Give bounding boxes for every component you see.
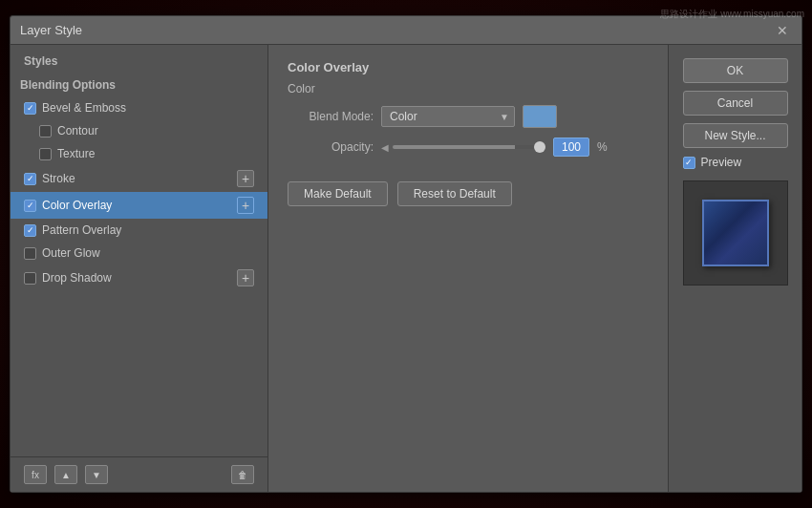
drop-shadow-add-button[interactable]: +: [237, 269, 254, 286]
bevel-emboss-label: Bevel & Emboss: [42, 101, 126, 115]
fx-button[interactable]: fx: [24, 465, 47, 484]
sidebar-item-texture[interactable]: Texture: [11, 142, 267, 165]
cancel-button[interactable]: Cancel: [683, 91, 788, 116]
styles-header: Styles: [11, 45, 267, 74]
texture-label: Texture: [57, 147, 95, 160]
opacity-label: Opacity:: [288, 140, 374, 154]
sidebar-item-contour[interactable]: Contour: [11, 119, 267, 142]
dialog-title: Layer Style: [20, 23, 773, 37]
left-panel: Styles Blending Options Bevel & Emboss C…: [11, 45, 268, 492]
watermark: 思路设计作业 www.missyuan.com: [660, 8, 804, 21]
color-overlay-label: Color Overlay: [42, 199, 237, 212]
make-default-button[interactable]: Make Default: [288, 181, 388, 206]
move-up-button[interactable]: ▲: [54, 465, 77, 484]
sidebar-item-outer-glow[interactable]: Outer Glow: [11, 242, 267, 265]
texture-checkbox[interactable]: [39, 148, 52, 160]
outer-glow-checkbox[interactable]: [24, 247, 36, 260]
color-swatch[interactable]: [523, 105, 557, 128]
drop-shadow-label: Drop Shadow: [42, 271, 237, 285]
layer-style-dialog: Layer Style ✕ Styles Blending Options Be…: [10, 15, 802, 493]
contour-checkbox[interactable]: [39, 125, 52, 138]
color-overlay-add-button[interactable]: +: [237, 197, 254, 214]
color-sub-label: Color: [288, 82, 649, 95]
slider-icon: ◀: [381, 142, 389, 153]
reset-to-default-button[interactable]: Reset to Default: [397, 181, 512, 206]
blend-mode-label: Blend Mode:: [288, 110, 374, 123]
sidebar-item-bevel-emboss[interactable]: Bevel & Emboss: [11, 96, 267, 119]
delete-style-button[interactable]: 🗑: [231, 465, 254, 484]
percent-label: %: [597, 140, 608, 154]
drop-shadow-checkbox[interactable]: [24, 272, 36, 285]
color-overlay-checkbox[interactable]: [24, 200, 36, 212]
preview-box: [683, 180, 788, 286]
blend-mode-select[interactable]: Color Normal Dissolve Multiply Screen Ov…: [381, 106, 515, 127]
pattern-overlay-label: Pattern Overlay: [42, 223, 121, 237]
stroke-checkbox[interactable]: [24, 173, 36, 185]
close-button[interactable]: ✕: [773, 21, 792, 40]
preview-checkbox[interactable]: [683, 157, 695, 169]
middle-panel: Color Overlay Color Blend Mode: Color No…: [268, 45, 668, 492]
preview-inner: [702, 200, 769, 266]
sidebar-item-stroke[interactable]: Stroke +: [11, 165, 267, 192]
opacity-slider[interactable]: [393, 145, 545, 149]
new-style-button[interactable]: New Style...: [683, 123, 788, 148]
contour-label: Contour: [57, 124, 98, 138]
sidebar-item-blending-options[interactable]: Blending Options: [11, 74, 267, 96]
ok-button[interactable]: OK: [683, 58, 788, 83]
stroke-label: Stroke: [42, 172, 237, 185]
preview-label: Preview: [701, 156, 742, 169]
opacity-input[interactable]: [553, 138, 589, 157]
sidebar-item-drop-shadow[interactable]: Drop Shadow +: [11, 265, 267, 291]
sidebar-item-color-overlay[interactable]: Color Overlay +: [11, 192, 267, 219]
pattern-overlay-checkbox[interactable]: [24, 224, 36, 237]
right-panel: OK Cancel New Style... Preview: [668, 45, 801, 492]
outer-glow-label: Outer Glow: [42, 246, 100, 260]
stroke-add-button[interactable]: +: [237, 170, 254, 187]
sidebar-item-pattern-overlay[interactable]: Pattern Overlay: [11, 219, 267, 242]
move-down-button[interactable]: ▼: [85, 465, 108, 484]
bevel-emboss-checkbox[interactable]: [24, 102, 36, 115]
blending-options-label: Blending Options: [20, 78, 116, 92]
left-panel-footer: fx ▲ ▼ 🗑: [11, 456, 267, 492]
section-title: Color Overlay: [288, 60, 649, 74]
